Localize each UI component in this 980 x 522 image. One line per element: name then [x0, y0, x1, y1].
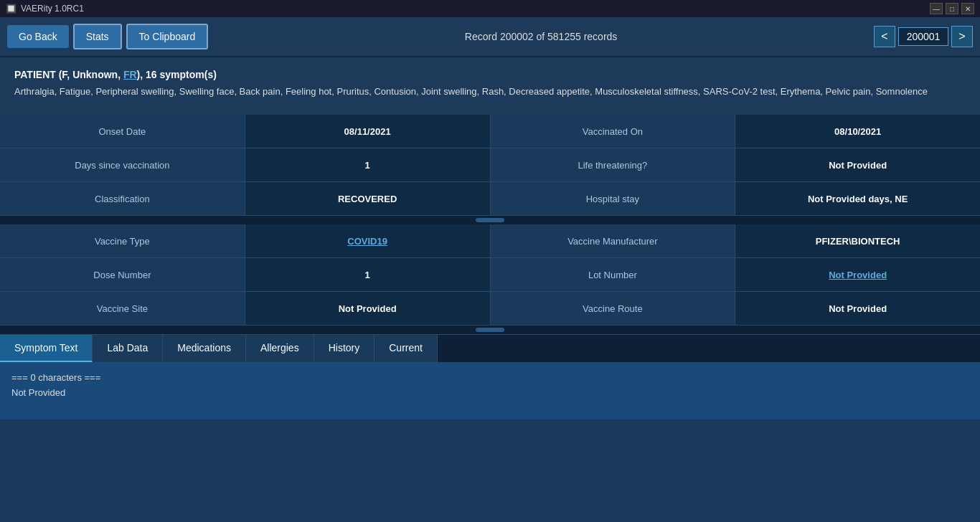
tab-medications[interactable]: Medications [163, 335, 246, 362]
vaccinated-on-value: 08/10/2021 [735, 115, 980, 148]
go-back-button[interactable]: Go Back [7, 25, 69, 48]
tab-lab-data[interactable]: Lab Data [93, 335, 163, 362]
patient-symptoms: Arthralgia, Fatigue, Peripheral swelling… [14, 85, 966, 99]
lot-number-label: Lot Number [491, 258, 736, 291]
prev-record-button[interactable]: < [874, 26, 895, 47]
record-info: Record 200002 of 581255 records [212, 31, 870, 42]
patient-title: PATIENT (F, Unknown, FR), 16 symptom(s) [14, 69, 966, 80]
vaccine-route-label: Vaccine Route [491, 292, 736, 325]
app-icon: 🔲 [6, 4, 17, 14]
maximize-button[interactable]: □ [946, 3, 958, 14]
grid-row-classification: Classification RECOVERED Hospital stay N… [0, 182, 980, 216]
tab-history[interactable]: History [314, 335, 375, 362]
lot-number-value: Not Provided [735, 258, 980, 291]
divider-handle-2[interactable] [476, 328, 504, 332]
divider-2 [0, 326, 980, 334]
content-text: Not Provided [11, 386, 969, 401]
title-bar: 🔲 VAERity 1.0RC1 — □ ✕ [0, 0, 980, 17]
data-grid-2: Vaccine Type COVID19 Vaccine Manufacture… [0, 224, 980, 326]
fr-link[interactable]: FR [123, 69, 137, 80]
grid-row-days: Days since vaccination 1 Life threatenin… [0, 148, 980, 182]
grid-row-vaccine-type: Vaccine Type COVID19 Vaccine Manufacture… [0, 224, 980, 258]
classification-label: Classification [0, 182, 245, 215]
tab-allergies[interactable]: Allergies [246, 335, 314, 362]
onset-date-value: 08/11/2021 [245, 115, 491, 148]
hospital-stay-value: Not Provided days, NE [735, 182, 980, 215]
toolbar: Go Back Stats To Clipboard Record 200002… [0, 17, 980, 57]
dose-number-value: 1 [245, 258, 491, 291]
vaccine-manufacturer-label: Vaccine Manufacturer [491, 224, 736, 257]
life-threatening-label: Life threatening? [491, 148, 736, 181]
patient-info-text: PATIENT (F, Unknown, FR), 16 symptom(s) [14, 69, 217, 80]
grid-row-dose: Dose Number 1 Lot Number Not Provided [0, 258, 980, 292]
vaccinated-on-label: Vaccinated On [491, 115, 736, 148]
vaccine-type-value: COVID19 [245, 224, 491, 257]
patient-section: PATIENT (F, Unknown, FR), 16 symptom(s) … [0, 57, 980, 115]
vaccine-route-value: Not Provided [735, 292, 980, 325]
tab-current[interactable]: Current [374, 335, 438, 362]
vaccine-type-label: Vaccine Type [0, 224, 245, 257]
lot-number-link[interactable]: Not Provided [829, 270, 887, 280]
close-button[interactable]: ✕ [961, 3, 974, 14]
content-area: === 0 characters === Not Provided [0, 362, 980, 419]
divider-handle-1[interactable] [476, 218, 504, 222]
days-since-label: Days since vaccination [0, 148, 245, 181]
record-number-input[interactable] [898, 27, 948, 46]
onset-date-label: Onset Date [0, 115, 245, 148]
tab-symptom-text[interactable]: Symptom Text [0, 335, 93, 362]
days-since-value: 1 [245, 148, 491, 181]
chars-info: === 0 characters === [11, 371, 969, 386]
dose-number-label: Dose Number [0, 258, 245, 291]
stats-button[interactable]: Stats [73, 24, 122, 49]
classification-value: RECOVERED [245, 182, 491, 215]
app-title: VAERity 1.0RC1 [21, 4, 84, 14]
minimize-button[interactable]: — [930, 3, 943, 14]
data-grid-1: Onset Date 08/11/2021 Vaccinated On 08/1… [0, 115, 980, 216]
life-threatening-value: Not Provided [735, 148, 980, 181]
vaccine-site-value: Not Provided [245, 292, 491, 325]
divider-1 [0, 216, 980, 224]
next-record-button[interactable]: > [951, 26, 973, 47]
nav-controls: < > [874, 26, 973, 47]
grid-row-vaccine-site: Vaccine Site Not Provided Vaccine Route … [0, 292, 980, 326]
clipboard-button[interactable]: To Clipboard [126, 24, 209, 49]
hospital-stay-label: Hospital stay [491, 182, 736, 215]
vaccine-type-link[interactable]: COVID19 [347, 236, 387, 247]
vaccine-manufacturer-value: PFIZER\BIONTECH [735, 224, 980, 257]
tab-bar: Symptom Text Lab Data Medications Allerg… [0, 334, 980, 362]
vaccine-site-label: Vaccine Site [0, 292, 245, 325]
grid-row-onset: Onset Date 08/11/2021 Vaccinated On 08/1… [0, 115, 980, 148]
